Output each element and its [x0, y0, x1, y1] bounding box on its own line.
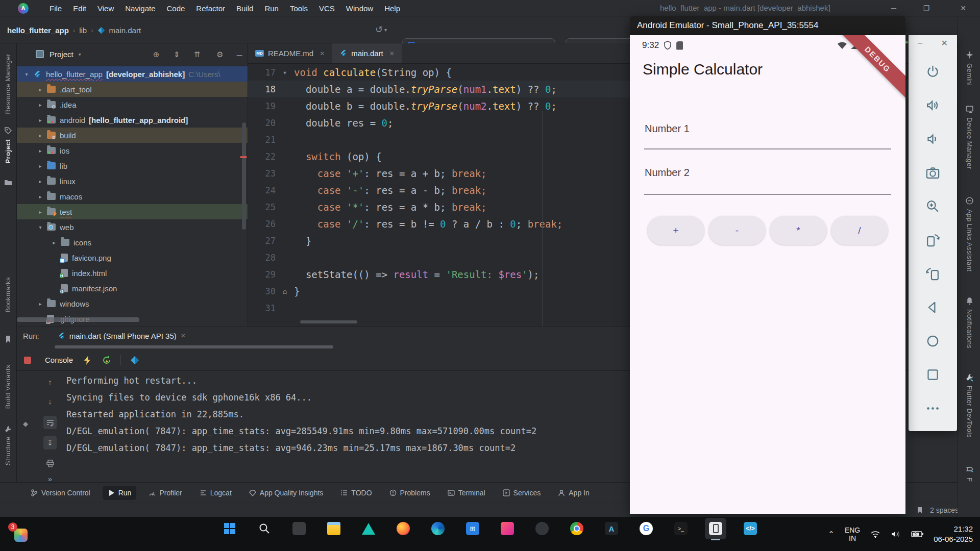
sidebar-item-project[interactable]: Project [4, 139, 12, 164]
tree-chevron-icon[interactable]: ▸ [37, 209, 44, 215]
emulator-screen[interactable]: 9:32 DEBUG Simple Calculator Number 1 Nu… [630, 35, 905, 514]
menu-item-vcs[interactable]: VCS [313, 2, 340, 15]
tree-chevron-icon[interactable]: ▾ [23, 71, 30, 77]
menu-item-view[interactable]: View [92, 2, 119, 15]
tree-row-linux[interactable]: ▸linux [17, 173, 248, 189]
taskbar-app-start[interactable] [219, 518, 240, 539]
stop-button[interactable] [24, 357, 31, 364]
tray-chevron-up-icon[interactable]: ⌃ [828, 530, 835, 539]
editor-hscrollbar[interactable] [300, 320, 357, 323]
taskbar-app-emulator[interactable] [705, 518, 726, 539]
menu-item-refactor[interactable]: Refactor [190, 2, 231, 15]
sidebar-item-device-manager[interactable]: Device Manager [958, 105, 980, 169]
operator-button-subtract[interactable]: - [708, 216, 766, 245]
taskbar-app-search[interactable] [254, 518, 275, 539]
menu-item-tools[interactable]: Tools [284, 2, 313, 15]
tree-row-favicon-png[interactable]: ▦favicon.png [17, 250, 248, 265]
close-run-tab-icon[interactable]: ✕ [181, 332, 186, 339]
power-button[interactable] [925, 64, 941, 80]
emulator-close-button[interactable]: ✕ [941, 38, 947, 48]
sidebar-item-f[interactable]: F [958, 465, 980, 482]
project-scrollbar[interactable] [242, 122, 246, 230]
tool-window-button-terminal[interactable]: Terminal [443, 486, 491, 500]
sidebar-item-resource-manager[interactable]: Resource Manager [4, 54, 12, 114]
emulator-minimize-button[interactable]: – [918, 38, 922, 48]
tree-row--idea[interactable]: ▸.idea [17, 97, 248, 112]
tool-window-button-appins[interactable]: App In [553, 486, 594, 500]
menu-item-navigate[interactable]: Navigate [119, 2, 161, 15]
taskbar-app-google[interactable]: G [635, 518, 657, 539]
project-panel-title[interactable]: Project [50, 50, 74, 59]
tree-row-android[interactable]: ▸android[hello_flutter_app_android] [17, 112, 248, 128]
battery-icon[interactable] [911, 531, 923, 538]
tree-row-test[interactable]: ▸test [17, 204, 248, 219]
tool-window-button-run[interactable]: Run [103, 486, 137, 500]
maximize-window-button[interactable]: ❐ [919, 1, 934, 15]
taskbar-app-terminal[interactable]: >_ [670, 518, 692, 539]
menu-item-file[interactable]: File [44, 2, 67, 15]
tree-row-index-html[interactable]: Hindex.html [17, 265, 248, 281]
zoom-in-button[interactable] [925, 198, 941, 214]
volume-icon[interactable] [891, 530, 901, 538]
wifi-icon[interactable] [870, 530, 880, 538]
volume-down-button[interactable] [925, 131, 941, 147]
taskbar-app-edge[interactable] [427, 518, 449, 539]
tree-row-hello-flutter-app[interactable]: ▾hello_flutter_app[developer_abhishek]C:… [17, 66, 248, 82]
run-tab[interactable]: main.dart (Small Phone API 35) ✕ [58, 332, 186, 340]
indent-status[interactable]: 2 spaces [930, 506, 959, 514]
taskbar-app-app-dark[interactable] [288, 518, 310, 539]
hide-panel-icon[interactable]: ─ [234, 49, 244, 60]
expand-all-icon[interactable]: ⇕ [172, 49, 182, 60]
folder-icon[interactable] [4, 179, 12, 187]
breadcrumb-project[interactable]: hello_flutter_app [7, 26, 69, 35]
tree-row-macos[interactable]: ▸macos [17, 189, 248, 204]
rotate-left-button[interactable] [925, 232, 941, 248]
tool-window-button-aqi[interactable]: App Quality Insights [244, 486, 329, 500]
overview-button[interactable] [925, 367, 941, 383]
tree-row-lib[interactable]: ▸lib [17, 158, 248, 173]
home-button[interactable] [925, 333, 941, 349]
taskbar-app-chrome[interactable] [566, 518, 587, 539]
menu-item-window[interactable]: Window [340, 2, 379, 15]
number1-field[interactable]: Number 1 [645, 123, 690, 135]
close-tab-icon[interactable]: ✕ [320, 50, 325, 57]
tree-row-manifest-json[interactable]: {}manifest.json [17, 281, 248, 296]
sidebar-item-app-links-assistant[interactable]: App Links Assistant [958, 196, 980, 271]
menu-item-help[interactable]: Help [379, 2, 406, 15]
sidebar-item-flutter-devtools[interactable]: Flutter DevTools [958, 373, 980, 438]
tool-window-button-problems[interactable]: Problems [384, 486, 435, 500]
back-button[interactable] [925, 299, 941, 315]
tree-row-web[interactable]: ▾web [17, 219, 248, 235]
bookmark-icon[interactable] [4, 335, 12, 343]
tab-readme[interactable]: MD README.md ✕ [248, 43, 332, 63]
tree-chevron-icon[interactable]: ▾ [37, 224, 44, 230]
sidebar-item-build-variants[interactable]: Build Variants [4, 365, 12, 409]
operator-button-multiply[interactable]: * [770, 216, 827, 245]
tool-window-button-todo[interactable]: TODO [335, 486, 377, 500]
breadcrumb-file[interactable]: main.dart [109, 26, 141, 35]
number2-field[interactable]: Number 2 [645, 167, 690, 179]
tree-chevron-icon[interactable]: ▸ [37, 301, 44, 307]
menu-item-build[interactable]: Build [231, 2, 259, 15]
gear-icon[interactable]: ⚙ [215, 49, 225, 60]
tree-chevron-icon[interactable]: ▸ [37, 102, 44, 108]
close-tab-icon[interactable]: ✕ [389, 50, 395, 57]
camera-button[interactable] [925, 165, 941, 181]
tag-icon[interactable] [4, 127, 12, 135]
tool-window-button-vc[interactable]: Version Control [26, 486, 95, 500]
hot-reload-icon[interactable] [82, 355, 92, 365]
tool-window-button-profiler[interactable]: Profiler [143, 486, 187, 500]
menu-item-run[interactable]: Run [259, 2, 284, 15]
tree-chevron-icon[interactable]: ▸ [37, 194, 44, 199]
taskbar-app-vscode[interactable]: </> [740, 518, 761, 539]
tree-chevron-icon[interactable]: ▸ [37, 163, 44, 169]
sidebar-item-gemini[interactable]: Gemini [958, 51, 980, 86]
taskbar-app-github[interactable] [531, 518, 553, 539]
menu-item-edit[interactable]: Edit [67, 2, 92, 15]
taskbar-app-store[interactable]: ⊞ [462, 518, 483, 539]
taskbar-app-media-app[interactable] [497, 518, 518, 539]
menu-item-code[interactable]: Code [161, 2, 190, 15]
tab-main-dart[interactable]: main.dart ✕ [332, 43, 402, 63]
language-switcher[interactable]: ENG IN [845, 526, 860, 542]
taskbar-app-file-explorer[interactable] [323, 518, 345, 539]
